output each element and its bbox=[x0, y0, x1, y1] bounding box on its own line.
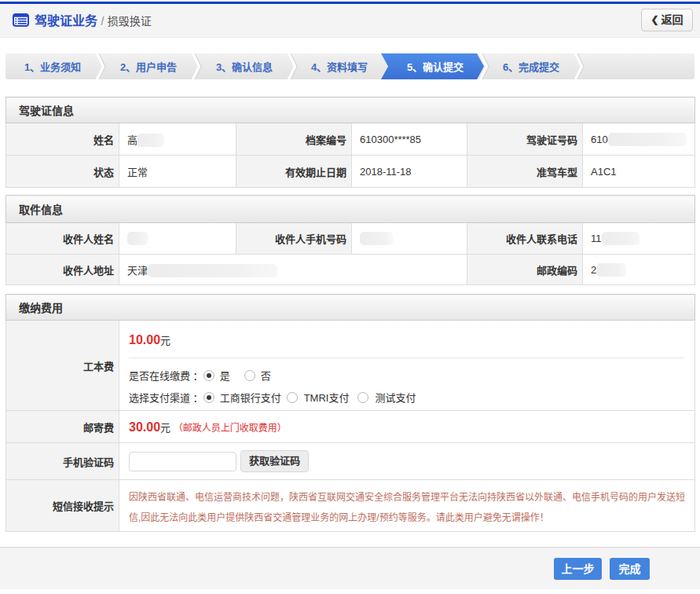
svg-text:6、完成提交: 6、完成提交 bbox=[503, 61, 559, 73]
svg-text:1、业务须知: 1、业务须知 bbox=[24, 61, 81, 73]
svg-text:2、用户申告: 2、用户申告 bbox=[120, 61, 177, 73]
svg-text:4、资料填写: 4、资料填写 bbox=[311, 61, 368, 73]
svg-text:3、确认信息: 3、确认信息 bbox=[216, 61, 273, 73]
svg-text:5、确认提交: 5、确认提交 bbox=[407, 61, 464, 73]
